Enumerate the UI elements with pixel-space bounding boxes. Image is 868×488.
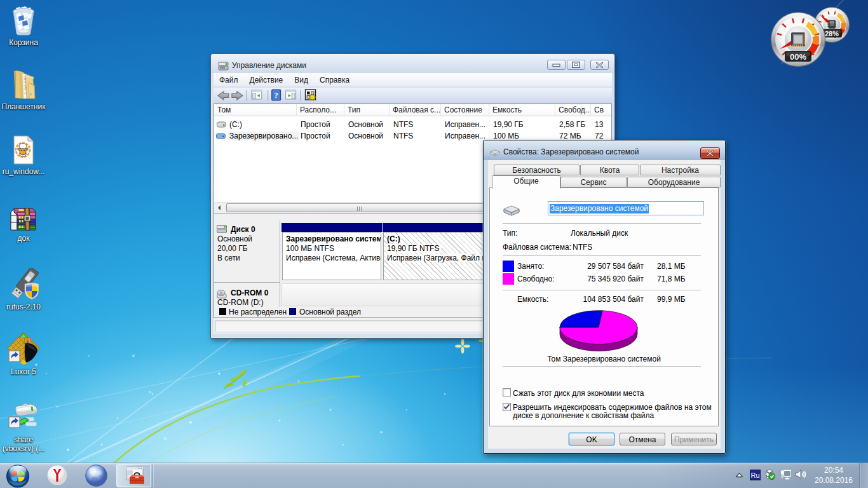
svg-text:?: ? [274, 90, 278, 99]
svg-text:00%: 00% [790, 52, 806, 62]
svg-text:28%: 28% [825, 30, 839, 37]
